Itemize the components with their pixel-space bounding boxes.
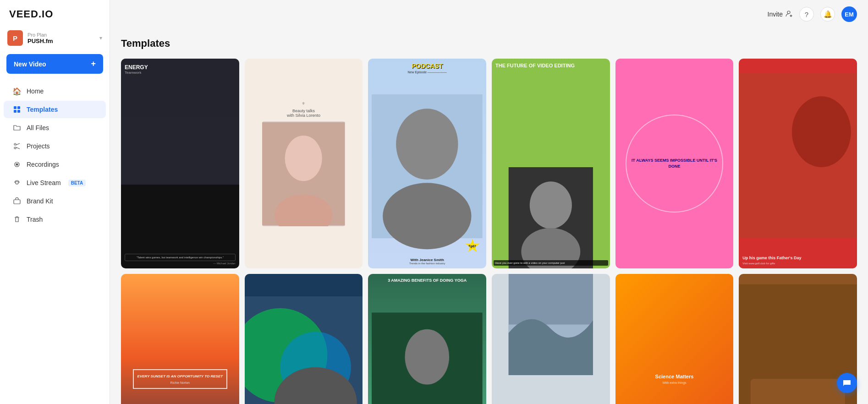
invite-button[interactable]: Invite [768, 10, 793, 19]
svg-point-22 [530, 181, 572, 229]
sidebar-item-label: Trash [27, 216, 43, 223]
help-icon[interactable]: ? [799, 7, 814, 22]
record-icon [13, 160, 21, 169]
card-caption: Have you ever gone to edit a video on yo… [494, 260, 608, 266]
svg-point-10 [16, 181, 18, 184]
template-card[interactable]: OUR YEAR IN REVIEW 2021 [492, 274, 610, 404]
live-stream-icon [13, 179, 21, 187]
scissors-icon [13, 142, 21, 150]
beta-badge: BETA [68, 180, 86, 186]
card-title: IT ALWAYS SEEMS IMPOSSIBLE UNTIL IT'S DO… [630, 158, 719, 170]
sidebar-item-label: Templates [27, 106, 58, 113]
template-card[interactable]: THE FUTURE OF VIDEO EDITING Have you eve… [492, 59, 610, 268]
svg-line-7 [16, 147, 20, 149]
card-title: Science Matters [655, 374, 694, 379]
add-person-icon [786, 10, 793, 19]
sidebar-item-all-files[interactable]: All Files [4, 119, 106, 136]
sidebar-item-brand-kit[interactable]: Brand Kit [4, 192, 106, 210]
sidebar-item-templates[interactable]: Templates [4, 101, 106, 118]
sidebar-item-recordings[interactable]: Recordings [4, 156, 106, 173]
card-title: Beauty talkswith Silvia Lorento [287, 109, 320, 118]
svg-point-9 [16, 164, 18, 166]
template-card[interactable]: IT ALWAYS SEEMS IMPOSSIBLE UNTIL IT'S DO… [615, 59, 734, 268]
card-subtitle: Teamwork [125, 71, 236, 75]
topbar: Invite ? 🔔 EM [110, 0, 868, 28]
trash-icon [13, 215, 21, 224]
svg-point-25 [792, 96, 851, 167]
workspace-selector[interactable]: P Pro Plan PUSH.fm ▾ [0, 27, 110, 51]
card-host: With Jeanice Smith [411, 258, 444, 262]
svg-point-12 [787, 11, 790, 14]
sidebar-item-label: Projects [27, 142, 50, 150]
brand-kit-icon [13, 197, 21, 205]
svg-point-20 [383, 183, 471, 249]
template-card[interactable]: ⚜ Beauty talkswith Silvia Lorento [245, 59, 363, 268]
card-text: Up his game this Father's Day Visit www.… [739, 252, 857, 268]
template-card[interactable]: ENERGY Teamwork "Talent wins games, but … [121, 59, 239, 268]
sidebar-item-trash[interactable]: Trash [4, 211, 106, 228]
card-image [739, 59, 857, 252]
new-video-button[interactable]: New Video + [6, 54, 103, 74]
card-image: Ep01 [372, 76, 483, 256]
card-subtitle: With extra things [662, 381, 686, 384]
card-circle: IT ALWAYS SEEMS IMPOSSIBLE UNTIL IT'S DO… [626, 115, 724, 213]
home-icon: 🏠 [13, 87, 21, 95]
card-quote: EVERY SUNSET IS AN OPPORTUNITY TO RESET [137, 374, 223, 379]
svg-rect-11 [14, 200, 20, 204]
card-title: THE FUTURE OF VIDEO EDITING [495, 62, 606, 69]
svg-rect-2 [14, 110, 16, 113]
sidebar: VEED.IO P Pro Plan PUSH.fm ▾ New Video +… [0, 0, 110, 404]
template-card[interactable]: WE ARE HIRING Computer Engineers LOGO HE… [245, 274, 363, 404]
svg-rect-35 [751, 379, 845, 404]
folder-icon [13, 124, 21, 132]
workspace-info: Pro Plan PUSH.fm [27, 32, 95, 44]
sidebar-item-projects[interactable]: Projects [4, 137, 106, 155]
svg-rect-3 [17, 110, 20, 113]
card-image: Have you ever gone to edit a video on yo… [492, 167, 610, 268]
card-quote: "Talent wins games, but teamwork and int… [125, 254, 236, 261]
card-image [372, 285, 483, 404]
card-image [262, 121, 345, 226]
card-link: Visit www.golf.club for gifts [742, 262, 853, 265]
sidebar-item-label: Brand Kit [27, 197, 53, 205]
template-card[interactable]: Science Matters With extra things [615, 274, 734, 404]
template-card[interactable]: PODCAST New Episode —————— Ep01 With Jea… [368, 59, 486, 268]
svg-rect-0 [14, 106, 16, 109]
svg-rect-1 [17, 106, 20, 109]
chat-bubble[interactable] [837, 373, 857, 393]
svg-line-6 [16, 143, 20, 145]
sidebar-item-live-stream[interactable]: Live Stream BETA [4, 174, 106, 191]
notifications-icon[interactable]: 🔔 [820, 7, 835, 22]
card-title: PODCAST [412, 62, 443, 70]
svg-point-4 [14, 143, 16, 145]
chevron-down-icon: ▾ [99, 35, 102, 41]
invite-label: Invite [768, 11, 783, 18]
card-text: OUR YEAR IN REVIEW 2021 [492, 375, 610, 404]
template-card[interactable]: EVERY SUNSET IS AN OPPORTUNITY TO RESET … [121, 274, 239, 404]
svg-point-16 [285, 136, 322, 181]
card-title: 3 AMAZING BENEFITS OF DOING YOGA [372, 278, 483, 284]
template-card[interactable]: Up his game this Father's Day Visit www.… [739, 59, 857, 268]
card-subtitle: New Episode —————— [408, 71, 447, 74]
sidebar-item-home[interactable]: 🏠 Home [4, 82, 106, 100]
main-content: Invite ? 🔔 EM Templates ENERGY Teamwork … [110, 0, 868, 404]
template-card[interactable]: 3 AMAZING BENEFITS OF DOING YOGA It make… [368, 274, 486, 404]
card-title: ENERGY [125, 64, 236, 71]
sidebar-item-label: Live Stream [27, 179, 61, 186]
workspace-plan: Pro Plan [27, 32, 95, 38]
templates-grid: ENERGY Teamwork "Talent wins games, but … [121, 59, 857, 404]
user-avatar[interactable]: EM [841, 6, 857, 22]
plus-icon: + [91, 59, 96, 69]
card-topic: Trends in the fashion industry [409, 262, 445, 265]
workspace-avatar: P [7, 30, 23, 46]
svg-point-31 [405, 329, 450, 384]
logo: VEED.IO [0, 0, 110, 27]
sidebar-item-label: Home [27, 87, 44, 95]
card-title: Up his game this Father's Day [742, 256, 853, 261]
card-quote-box: EVERY SUNSET IS AN OPPORTUNITY TO RESET … [133, 369, 228, 389]
card-image [245, 274, 363, 404]
new-video-label: New Video [14, 60, 46, 68]
card-brand: ⚜ [302, 101, 305, 106]
svg-point-5 [14, 147, 16, 149]
page-title: Templates [121, 38, 857, 49]
